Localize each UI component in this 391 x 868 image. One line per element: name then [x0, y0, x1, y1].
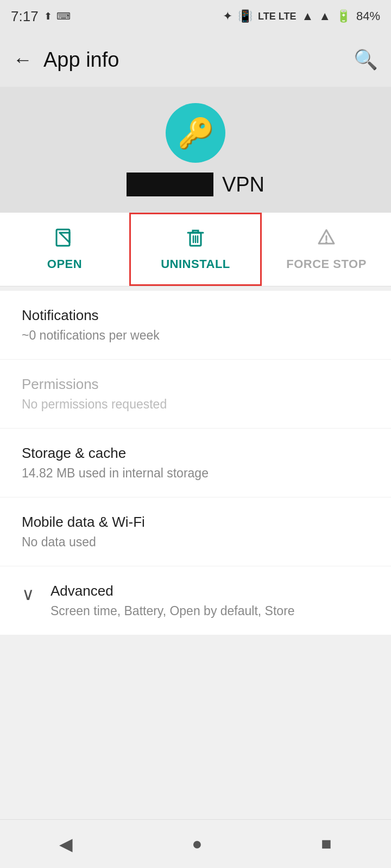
mobile-data-item[interactable]: Mobile data & Wi-Fi No data used [0, 497, 391, 566]
storage-title: Storage & cache [22, 445, 369, 462]
nav-recent-button[interactable]: ■ [299, 828, 353, 859]
status-bar: 7:17 ⬆ ⌨ ✦ 📳 LTE LTE ▲ ▲ 🔋 84% [0, 0, 391, 33]
chevron-down-icon: ∨ [22, 584, 34, 604]
advanced-item[interactable]: ∨ Advanced Screen time, Battery, Open by… [0, 566, 391, 635]
mobile-data-subtitle: No data used [22, 535, 369, 550]
battery-icon: 🔋 [336, 9, 351, 23]
notifications-subtitle: ~0 notifications per week [22, 328, 369, 343]
app-info-header: ← App info 🔍 [0, 33, 391, 87]
app-name-row: VPN [127, 173, 264, 196]
lte-icon: LTE LTE [258, 11, 296, 22]
app-name: VPN [222, 173, 264, 196]
usb-icon: ⌨ [56, 10, 71, 22]
storage-item[interactable]: Storage & cache 14.82 MB used in interna… [0, 429, 391, 497]
permissions-item[interactable]: Permissions No permissions requested [0, 360, 391, 429]
open-label: OPEN [47, 257, 82, 271]
uninstall-label: UNINSTALL [161, 257, 230, 271]
advanced-title: Advanced [51, 583, 295, 599]
status-bar-right: ✦ 📳 LTE LTE ▲ ▲ 🔋 84% [223, 9, 380, 23]
advanced-subtitle: Screen time, Battery, Open by default, S… [51, 604, 295, 618]
open-button[interactable]: OPEN [0, 213, 129, 286]
notifications-item[interactable]: Notifications ~0 notifications per week [0, 291, 391, 360]
signal2-icon: ▲ [319, 9, 331, 23]
search-icon[interactable]: 🔍 [354, 48, 378, 71]
app-name-redacted [127, 173, 213, 196]
back-button[interactable]: ← [13, 48, 33, 71]
force-stop-icon [316, 227, 337, 253]
bottom-nav: ◀ ● ■ [0, 819, 391, 868]
app-icon-area: 🔑 VPN [0, 87, 391, 213]
status-bar-left: 7:17 ⬆ ⌨ [11, 8, 71, 25]
open-icon [54, 227, 75, 253]
action-buttons-row: OPEN UNINSTALL FORCE STOP [0, 213, 391, 286]
force-stop-label: FORCE STOP [286, 257, 367, 271]
signal-icon: ▲ [301, 9, 313, 23]
permissions-subtitle: No permissions requested [22, 397, 369, 412]
svg-point-2 [325, 241, 327, 244]
page-title: App info [43, 48, 119, 72]
force-stop-button[interactable]: FORCE STOP [262, 213, 391, 286]
permissions-title: Permissions [22, 376, 369, 393]
storage-subtitle: 14.82 MB used in internal storage [22, 466, 369, 481]
uninstall-icon [185, 227, 206, 253]
status-icons: ⬆ ⌨ [44, 10, 71, 22]
info-list: Notifications ~0 notifications per week … [0, 291, 391, 635]
nav-back-button[interactable]: ◀ [37, 828, 94, 860]
upload-icon: ⬆ [44, 10, 52, 22]
app-icon: 🔑 [166, 103, 225, 163]
notifications-title: Notifications [22, 307, 369, 324]
advanced-text: Advanced Screen time, Battery, Open by d… [51, 583, 295, 618]
nav-home-button[interactable]: ● [170, 828, 224, 859]
battery-percent: 84% [356, 9, 380, 23]
uninstall-button[interactable]: UNINSTALL [129, 213, 262, 286]
mobile-data-title: Mobile data & Wi-Fi [22, 514, 369, 531]
vibrate-icon: 📳 [238, 9, 253, 23]
status-time: 7:17 [11, 8, 39, 25]
bluetooth-icon: ✦ [223, 9, 232, 23]
app-icon-symbol: 🔑 [178, 116, 214, 150]
